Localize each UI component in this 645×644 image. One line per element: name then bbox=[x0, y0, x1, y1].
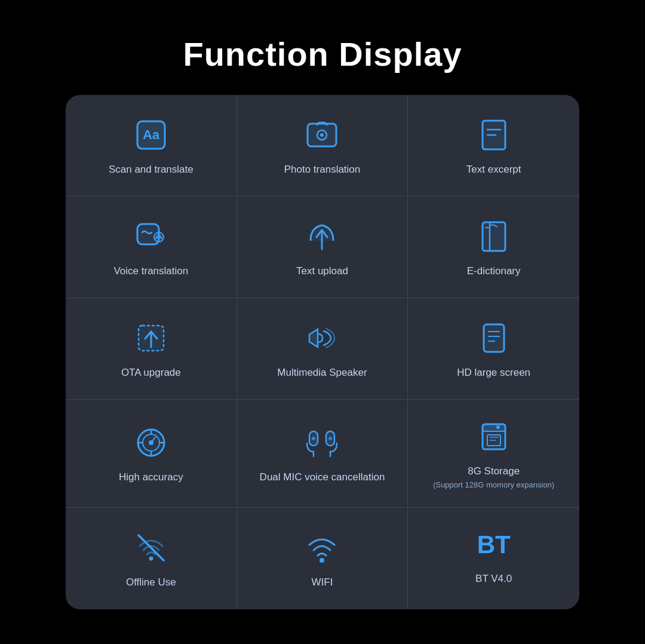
svg-point-31 bbox=[328, 437, 332, 440]
bt-text: BT bbox=[477, 532, 511, 557]
svg-rect-15 bbox=[484, 324, 504, 352]
voice-translation-label: Voice translation bbox=[113, 264, 188, 278]
high-accuracy-icon bbox=[132, 424, 170, 462]
svg-point-4 bbox=[320, 133, 324, 137]
svg-point-40 bbox=[320, 558, 324, 563]
text-upload-label: Text upload bbox=[296, 264, 348, 278]
dual-mic-label: Dual MIC voice cancellation bbox=[260, 470, 385, 484]
8g-storage-sublabel: (Support 128G momory expansion) bbox=[433, 480, 554, 490]
scan-translate-icon: Aa bbox=[132, 116, 170, 154]
wifi-label: WIFI bbox=[312, 575, 333, 590]
grid-item-voice-translation: Voice translation bbox=[66, 197, 237, 298]
photo-translation-label: Photo translation bbox=[284, 162, 361, 177]
text-excerpt-icon bbox=[475, 116, 513, 154]
grid-item-high-accuracy: High accuracy bbox=[66, 400, 237, 508]
hd-large-screen-label: HD large screen bbox=[457, 366, 530, 380]
page-wrapper: Function Display Aa Scan and translate bbox=[0, 0, 645, 644]
ota-upgrade-label: OTA upgrade bbox=[121, 366, 181, 380]
svg-rect-11 bbox=[483, 222, 505, 251]
svg-rect-33 bbox=[483, 424, 505, 431]
text-excerpt-label: Text excerpt bbox=[466, 162, 521, 177]
offline-icon bbox=[132, 529, 170, 567]
text-upload-icon bbox=[303, 217, 341, 256]
svg-point-30 bbox=[312, 437, 315, 440]
dual-mic-icon bbox=[303, 424, 341, 462]
svg-point-38 bbox=[149, 556, 153, 560]
grid-item-photo-translation: Photo translation bbox=[237, 95, 408, 197]
storage-icon bbox=[475, 418, 513, 456]
grid-item-text-upload: Text upload bbox=[237, 197, 408, 298]
grid-item-ota-upgrade: OTA upgrade bbox=[66, 298, 237, 400]
svg-point-37 bbox=[496, 425, 500, 429]
grid-item-multimedia-speaker: Multimedia Speaker bbox=[237, 298, 408, 400]
bluetooth-icon: BT bbox=[477, 532, 511, 563]
grid-item-dual-mic: Dual MIC voice cancellation bbox=[237, 400, 408, 508]
grid-item-8g-storage: 8G Storage (Support 128G momory expansio… bbox=[408, 400, 579, 508]
page-title: Function Display bbox=[183, 35, 462, 73]
ota-upgrade-icon bbox=[132, 319, 170, 357]
wifi-icon bbox=[303, 529, 341, 567]
e-dictionary-icon bbox=[475, 217, 513, 256]
bt-v40-label: BT V4.0 bbox=[475, 572, 512, 586]
hd-screen-icon bbox=[475, 319, 513, 357]
scan-translate-label: Scan and translate bbox=[109, 162, 194, 177]
grid-item-e-dictionary: E-dictionary bbox=[408, 197, 579, 298]
offline-use-label: Offline Use bbox=[126, 575, 176, 590]
grid-item-scan-translate: Aa Scan and translate bbox=[66, 95, 237, 197]
svg-text:Aa: Aa bbox=[143, 127, 160, 142]
high-accuracy-label: High accuracy bbox=[119, 470, 183, 484]
function-grid: Aa Scan and translate Photo translation bbox=[66, 95, 579, 609]
8g-storage-label: 8G Storage bbox=[468, 464, 520, 479]
grid-item-hd-large-screen: HD large screen bbox=[408, 298, 579, 400]
grid-item-wifi: WIFI bbox=[237, 508, 408, 609]
multimedia-speaker-label: Multimedia Speaker bbox=[277, 366, 367, 380]
photo-translation-icon bbox=[303, 116, 341, 154]
multimedia-speaker-icon bbox=[303, 319, 341, 357]
voice-translation-icon bbox=[132, 217, 170, 256]
grid-item-bt-v40: BT BT V4.0 bbox=[408, 508, 579, 609]
grid-item-text-excerpt: Text excerpt bbox=[408, 95, 579, 197]
grid-item-offline-use: Offline Use bbox=[66, 508, 237, 609]
e-dictionary-label: E-dictionary bbox=[467, 264, 521, 278]
